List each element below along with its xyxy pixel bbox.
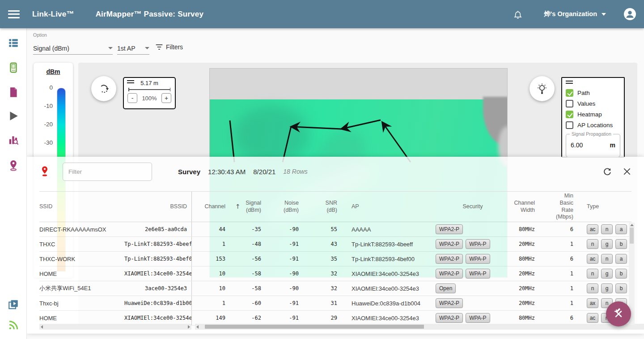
cell-noise: -91 <box>264 300 301 306</box>
rss-feed-icon[interactable] <box>8 319 19 331</box>
phy-type-chip: b <box>615 283 627 293</box>
layer-toggle-ap-locations[interactable]: AP Locations <box>566 120 620 130</box>
sort-ascending-icon[interactable]: ↑ <box>235 203 241 211</box>
table-row[interactable]: 小米共享WiFi_54E13ace00-3254e310-58-9032XIAO… <box>39 281 631 296</box>
survey-date: 8/20/21 <box>253 168 275 176</box>
cell-bssid: HuaweiDe:0c839a-d1b004 <box>124 300 191 306</box>
table-row[interactable]: HOMEXIAOMIEl:34ce00-3254e310-58-9032XIAO… <box>39 266 631 281</box>
pin-drop-icon <box>39 166 50 177</box>
dbm-tick-label: 0 <box>34 84 53 91</box>
cell-rate: 1 <box>537 241 577 247</box>
phy-type-chip: n <box>587 239 598 249</box>
cell-type: ngb <box>577 239 631 249</box>
cell-width: 80MHz <box>510 256 537 262</box>
frozen-columns-scrollbar[interactable] <box>39 324 191 330</box>
org-dropdown-caret-icon[interactable] <box>602 13 606 16</box>
table-filter-input[interactable] <box>63 163 152 181</box>
table-row[interactable]: Thxc-bjHuaweiDe:0c839a-d1b0041-60-9131Hu… <box>39 296 631 311</box>
analysis-search-icon[interactable] <box>8 134 19 146</box>
tester-device-icon[interactable] <box>8 62 19 73</box>
checkbox-icon[interactable] <box>566 89 573 97</box>
column-header-signal[interactable]: ↑Signal (dBm) <box>228 200 264 214</box>
column-header-rate[interactable]: Min Basic Rate (Mbps) <box>537 193 577 221</box>
zoom-out-button[interactable]: - <box>127 93 137 103</box>
scrollbar-thumb[interactable] <box>630 227 634 244</box>
play-icon[interactable] <box>8 110 19 122</box>
dbm-tick-label: -10 <box>34 103 53 109</box>
tools-fab-button[interactable] <box>606 301 631 326</box>
map-scale-widget[interactable]: 5.17 m - 100% + <box>123 77 176 109</box>
close-button[interactable] <box>622 166 632 177</box>
cell-signal: -60 <box>228 300 264 306</box>
cell-ap: XIAOMIEl:34ce00-3254e3 <box>340 285 429 292</box>
account-avatar-icon[interactable] <box>624 8 636 20</box>
column-header-ap[interactable]: AP <box>340 203 429 210</box>
cell-signal: -58 <box>228 270 264 277</box>
column-header-width[interactable]: Channel Width <box>510 200 537 214</box>
cell-width: 80MHz <box>510 226 537 232</box>
layers-panel[interactable]: PathValuesHeatmapAP Locations Signal Pro… <box>561 77 625 158</box>
video-library-icon[interactable] <box>8 299 19 310</box>
cell-snr: 32 <box>301 285 340 292</box>
checkbox-icon[interactable] <box>566 111 573 118</box>
menu-icon[interactable] <box>8 10 20 18</box>
cell-signal: -35 <box>228 226 264 232</box>
phy-type-chip: ac <box>587 254 598 264</box>
cell-ssid: DIRECT-RKAAAAAmsOX <box>39 226 124 233</box>
checkbox-icon[interactable] <box>566 121 573 129</box>
filter-list-icon <box>156 44 163 50</box>
column-header-bssid[interactable]: BSSID <box>124 203 191 210</box>
zoom-in-button[interactable]: + <box>161 93 171 103</box>
signal-propagation-value[interactable]: 6.00 <box>571 142 583 149</box>
location-pin-icon[interactable] <box>8 159 19 171</box>
ap-select[interactable]: 1st AP <box>117 42 149 55</box>
layer-toggle-values[interactable]: Values <box>566 98 620 109</box>
layer-toggle-path[interactable]: Path <box>566 87 620 98</box>
security-chip: WPA2-P <box>436 254 463 264</box>
cell-ap: Tp-LinkT:882593-4bef00 <box>340 256 429 262</box>
phy-type-chip: b <box>615 269 627 279</box>
checkbox-icon[interactable] <box>566 100 573 107</box>
signal-propagation-field[interactable]: Signal Propagation 6.00 m <box>566 134 620 157</box>
table-row[interactable]: THXCTp-LinkT:882593-4beeff1-48-9143Tp-Li… <box>39 237 631 252</box>
left-sidebar <box>0 28 27 339</box>
cell-bssid: 3ace00-3254e3 <box>124 285 191 292</box>
scrollbar-thumb[interactable] <box>205 325 424 329</box>
column-header-noise[interactable]: Noise (dBm) <box>264 200 301 214</box>
cell-snr: 55 <box>301 226 340 232</box>
cell-channel: 153 <box>191 252 228 266</box>
cell-rate: 1 <box>537 270 577 277</box>
column-header-ssid[interactable]: SSID <box>39 203 124 210</box>
results-list-icon[interactable] <box>8 37 19 49</box>
cell-snr: 29 <box>301 315 340 321</box>
column-header-snr[interactable]: SNR (dB) <box>301 200 340 214</box>
cell-width: 80MHz <box>510 315 537 321</box>
file-icon[interactable] <box>8 86 19 98</box>
cell-channel: 149 <box>191 311 228 325</box>
column-header-channel[interactable]: Channel <box>191 192 228 222</box>
table-horizontal-scrollbar[interactable] <box>195 324 644 330</box>
table-row[interactable]: DIRECT-RKAAAAAmsOX2e6e85-aa0cda44-35-905… <box>39 222 631 237</box>
cell-ssid: THXC-WORK <box>39 256 124 262</box>
zoom-level-value: 100% <box>142 95 157 102</box>
column-header-type[interactable]: Type <box>577 203 631 210</box>
cell-channel: 1 <box>191 237 228 251</box>
drag-handle-icon[interactable] <box>566 81 573 84</box>
page-title: AirMapper™ Passive: Survey <box>96 10 203 19</box>
drag-handle-icon[interactable] <box>127 80 134 83</box>
rotate-map-button[interactable] <box>91 76 116 101</box>
filters-button[interactable]: Filters <box>156 43 183 51</box>
table-row[interactable]: THXC-WORKTp-LinkT:882593-4bef00153-56-91… <box>39 252 631 266</box>
cell-width: 20MHz <box>510 285 537 292</box>
refresh-button[interactable] <box>602 166 613 177</box>
brightness-button[interactable] <box>530 76 555 101</box>
layer-toggle-heatmap[interactable]: Heatmap <box>566 109 620 120</box>
phy-type-chip: a <box>615 224 627 234</box>
security-chip: WPA-P <box>466 254 490 264</box>
notifications-bell-icon[interactable] <box>513 9 523 20</box>
dbm-tick-label: -20 <box>34 121 53 128</box>
metric-select[interactable]: Signal (dBm) <box>33 42 113 55</box>
refresh-icon <box>602 167 612 176</box>
column-header-security[interactable]: Security <box>429 203 510 210</box>
security-chip: WPA2-P <box>436 298 463 308</box>
